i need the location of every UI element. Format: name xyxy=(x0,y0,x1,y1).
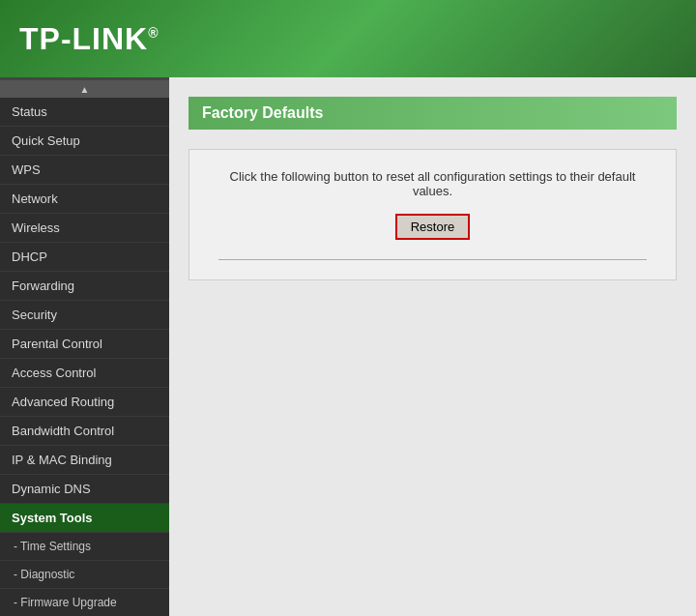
content-area: Factory Defaults Click the following but… xyxy=(169,77,696,616)
sidebar-item-dhcp[interactable]: DHCP xyxy=(0,243,169,272)
sidebar-item-quick-setup[interactable]: Quick Setup xyxy=(0,127,169,156)
page-title-bar: Factory Defaults xyxy=(188,97,677,130)
sidebar-item-wireless[interactable]: Wireless xyxy=(0,214,169,243)
restore-button[interactable]: Restore xyxy=(395,214,471,240)
sidebar-item-access-control[interactable]: Access Control xyxy=(0,359,169,388)
sidebar-item-firmware-upgrade[interactable]: - Firmware Upgrade xyxy=(0,589,169,616)
sidebar-item-wps[interactable]: WPS xyxy=(0,156,169,185)
content-box: Click the following button to reset all … xyxy=(188,149,677,280)
logo-text: TP-LINK xyxy=(19,21,148,56)
nav-list: StatusQuick SetupWPSNetworkWirelessDHCPF… xyxy=(0,98,169,616)
divider xyxy=(218,259,647,260)
description-text: Click the following button to reset all … xyxy=(218,169,647,198)
trademark: ® xyxy=(148,25,159,41)
logo: TP-LINK® xyxy=(19,21,160,57)
sidebar-item-parental-control[interactable]: Parental Control xyxy=(0,330,169,359)
sidebar-item-advanced-routing[interactable]: Advanced Routing xyxy=(0,388,169,417)
scroll-up-button[interactable]: ▲ xyxy=(0,80,169,98)
sidebar-item-time-settings[interactable]: - Time Settings xyxy=(0,533,169,561)
sidebar-item-dynamic-dns[interactable]: Dynamic DNS xyxy=(0,475,169,504)
header: TP-LINK® xyxy=(0,0,696,77)
sidebar-item-ip-mac-binding[interactable]: IP & MAC Binding xyxy=(0,446,169,475)
page-title: Factory Defaults xyxy=(202,104,323,121)
sidebar-item-forwarding[interactable]: Forwarding xyxy=(0,272,169,301)
sidebar-item-network[interactable]: Network xyxy=(0,185,169,214)
sidebar: ▲ StatusQuick SetupWPSNetworkWirelessDHC… xyxy=(0,77,169,616)
sidebar-item-diagnostic[interactable]: - Diagnostic xyxy=(0,561,169,589)
main-layout: ▲ StatusQuick SetupWPSNetworkWirelessDHC… xyxy=(0,77,696,616)
sidebar-item-system-tools[interactable]: System Tools xyxy=(0,504,169,533)
sidebar-item-status[interactable]: Status xyxy=(0,98,169,127)
sidebar-item-bandwidth-control[interactable]: Bandwidth Control xyxy=(0,417,169,446)
sidebar-item-security[interactable]: Security xyxy=(0,301,169,330)
